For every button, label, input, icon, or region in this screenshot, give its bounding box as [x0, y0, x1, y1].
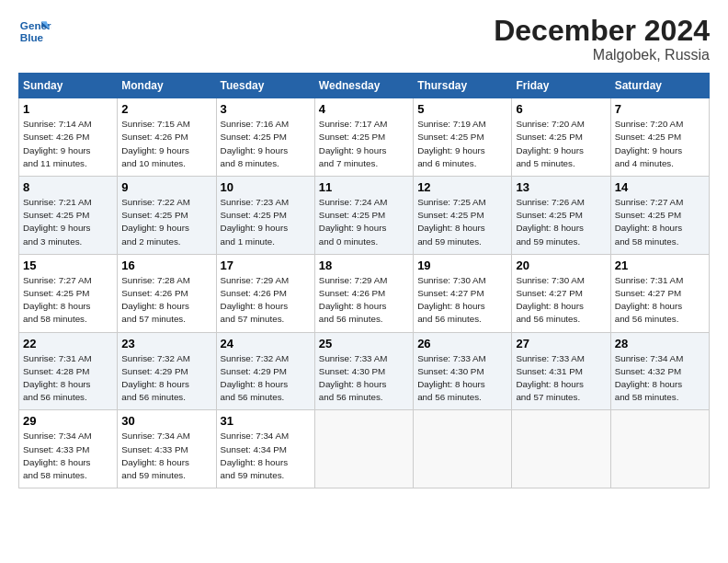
day-cell: 27Sunrise: 7:33 AM Sunset: 4:31 PM Dayli…: [512, 332, 610, 410]
day-info: Sunrise: 7:28 AM Sunset: 4:26 PM Dayligh…: [121, 274, 211, 327]
day-number: 1: [23, 102, 113, 116]
day-cell: 21Sunrise: 7:31 AM Sunset: 4:27 PM Dayli…: [610, 254, 709, 332]
day-info: Sunrise: 7:32 AM Sunset: 4:29 PM Dayligh…: [121, 352, 211, 405]
day-info: Sunrise: 7:29 AM Sunset: 4:26 PM Dayligh…: [319, 274, 409, 327]
day-number: 24: [221, 337, 311, 350]
calendar-table: SundayMondayTuesdayWednesdayThursdayFrid…: [18, 73, 710, 488]
calendar-header-row: SundayMondayTuesdayWednesdayThursdayFrid…: [19, 74, 710, 98]
day-number: 23: [121, 337, 211, 350]
day-number: 10: [221, 180, 311, 194]
day-cell: 3Sunrise: 7:16 AM Sunset: 4:25 PM Daylig…: [216, 98, 314, 177]
day-cell: 4Sunrise: 7:17 AM Sunset: 4:25 PM Daylig…: [314, 98, 413, 177]
day-cell: 31Sunrise: 7:34 AM Sunset: 4:34 PM Dayli…: [216, 410, 314, 488]
day-cell: 22Sunrise: 7:31 AM Sunset: 4:28 PM Dayli…: [19, 332, 118, 410]
day-number: 9: [121, 180, 211, 194]
day-cell: 10Sunrise: 7:23 AM Sunset: 4:25 PM Dayli…: [216, 177, 314, 255]
day-info: Sunrise: 7:34 AM Sunset: 4:33 PM Dayligh…: [121, 430, 211, 482]
subtitle: Malgobek, Russia: [494, 47, 710, 63]
day-info: Sunrise: 7:14 AM Sunset: 4:26 PM Dayligh…: [23, 118, 113, 170]
day-cell: 28Sunrise: 7:34 AM Sunset: 4:32 PM Dayli…: [610, 332, 709, 410]
day-number: 20: [516, 259, 606, 272]
week-row-3: 15Sunrise: 7:27 AM Sunset: 4:25 PM Dayli…: [19, 254, 710, 332]
day-number: 12: [417, 180, 507, 194]
day-info: Sunrise: 7:17 AM Sunset: 4:25 PM Dayligh…: [319, 118, 409, 170]
day-cell: 11Sunrise: 7:24 AM Sunset: 4:25 PM Dayli…: [314, 177, 413, 255]
day-info: Sunrise: 7:26 AM Sunset: 4:25 PM Dayligh…: [516, 196, 606, 248]
day-cell: 13Sunrise: 7:26 AM Sunset: 4:25 PM Dayli…: [512, 177, 610, 255]
day-cell: 17Sunrise: 7:29 AM Sunset: 4:26 PM Dayli…: [216, 254, 314, 332]
day-info: Sunrise: 7:23 AM Sunset: 4:25 PM Dayligh…: [221, 196, 311, 248]
day-info: Sunrise: 7:31 AM Sunset: 4:27 PM Dayligh…: [615, 274, 705, 327]
day-number: 19: [417, 259, 507, 272]
day-cell: 23Sunrise: 7:32 AM Sunset: 4:29 PM Dayli…: [118, 332, 216, 410]
day-number: 15: [23, 259, 113, 272]
week-row-5: 29Sunrise: 7:34 AM Sunset: 4:33 PM Dayli…: [19, 410, 710, 488]
page: General Blue December 2024 Malgobek, Rus…: [0, 0, 728, 563]
day-cell: 16Sunrise: 7:28 AM Sunset: 4:26 PM Dayli…: [118, 254, 216, 332]
day-info: Sunrise: 7:19 AM Sunset: 4:25 PM Dayligh…: [417, 118, 507, 170]
day-number: 4: [319, 102, 409, 116]
day-info: Sunrise: 7:16 AM Sunset: 4:25 PM Dayligh…: [221, 118, 311, 170]
header: General Blue December 2024 Malgobek, Rus…: [18, 15, 710, 63]
header-cell-tuesday: Tuesday: [216, 74, 314, 98]
week-row-1: 1Sunrise: 7:14 AM Sunset: 4:26 PM Daylig…: [19, 98, 710, 177]
header-cell-friday: Friday: [512, 74, 610, 98]
day-cell: 8Sunrise: 7:21 AM Sunset: 4:25 PM Daylig…: [19, 177, 118, 255]
day-cell: 14Sunrise: 7:27 AM Sunset: 4:25 PM Dayli…: [610, 177, 709, 255]
day-number: 3: [221, 102, 311, 116]
day-cell: 19Sunrise: 7:30 AM Sunset: 4:27 PM Dayli…: [414, 254, 512, 332]
day-cell: 5Sunrise: 7:19 AM Sunset: 4:25 PM Daylig…: [414, 98, 512, 177]
day-cell: 26Sunrise: 7:33 AM Sunset: 4:30 PM Dayli…: [414, 332, 512, 410]
header-cell-sunday: Sunday: [19, 74, 118, 98]
day-info: Sunrise: 7:20 AM Sunset: 4:25 PM Dayligh…: [516, 118, 606, 170]
day-number: 18: [319, 259, 409, 272]
day-info: Sunrise: 7:15 AM Sunset: 4:26 PM Dayligh…: [121, 118, 211, 170]
day-number: 25: [319, 337, 409, 350]
day-info: Sunrise: 7:30 AM Sunset: 4:27 PM Dayligh…: [516, 274, 606, 327]
day-number: 26: [417, 337, 507, 350]
day-cell: 25Sunrise: 7:33 AM Sunset: 4:30 PM Dayli…: [314, 332, 413, 410]
day-info: Sunrise: 7:33 AM Sunset: 4:31 PM Dayligh…: [516, 352, 606, 405]
title-block: December 2024 Malgobek, Russia: [494, 15, 710, 63]
day-info: Sunrise: 7:30 AM Sunset: 4:27 PM Dayligh…: [417, 274, 507, 327]
logo: General Blue: [18, 15, 51, 48]
day-cell: 2Sunrise: 7:15 AM Sunset: 4:26 PM Daylig…: [118, 98, 216, 177]
day-cell: 15Sunrise: 7:27 AM Sunset: 4:25 PM Dayli…: [19, 254, 118, 332]
day-cell: 20Sunrise: 7:30 AM Sunset: 4:27 PM Dayli…: [512, 254, 610, 332]
day-info: Sunrise: 7:32 AM Sunset: 4:29 PM Dayligh…: [221, 352, 311, 405]
day-info: Sunrise: 7:34 AM Sunset: 4:33 PM Dayligh…: [23, 430, 113, 482]
day-cell: [512, 410, 610, 488]
day-info: Sunrise: 7:27 AM Sunset: 4:25 PM Dayligh…: [23, 274, 113, 327]
day-number: 11: [319, 180, 409, 194]
day-number: 13: [516, 180, 606, 194]
day-cell: 9Sunrise: 7:22 AM Sunset: 4:25 PM Daylig…: [118, 177, 216, 255]
day-cell: [314, 410, 413, 488]
day-number: 17: [221, 259, 311, 272]
day-info: Sunrise: 7:33 AM Sunset: 4:30 PM Dayligh…: [417, 352, 507, 405]
day-cell: 7Sunrise: 7:20 AM Sunset: 4:25 PM Daylig…: [610, 98, 709, 177]
day-cell: 18Sunrise: 7:29 AM Sunset: 4:26 PM Dayli…: [314, 254, 413, 332]
day-number: 22: [23, 337, 113, 350]
calendar-body: 1Sunrise: 7:14 AM Sunset: 4:26 PM Daylig…: [19, 98, 710, 488]
svg-text:Blue: Blue: [20, 31, 44, 43]
day-number: 21: [615, 259, 705, 272]
week-row-2: 8Sunrise: 7:21 AM Sunset: 4:25 PM Daylig…: [19, 177, 710, 255]
day-cell: 24Sunrise: 7:32 AM Sunset: 4:29 PM Dayli…: [216, 332, 314, 410]
header-cell-monday: Monday: [118, 74, 216, 98]
day-info: Sunrise: 7:33 AM Sunset: 4:30 PM Dayligh…: [319, 352, 409, 405]
day-info: Sunrise: 7:25 AM Sunset: 4:25 PM Dayligh…: [417, 196, 507, 248]
day-info: Sunrise: 7:29 AM Sunset: 4:26 PM Dayligh…: [221, 274, 311, 327]
day-number: 16: [121, 259, 211, 272]
day-info: Sunrise: 7:20 AM Sunset: 4:25 PM Dayligh…: [615, 118, 705, 170]
day-cell: 29Sunrise: 7:34 AM Sunset: 4:33 PM Dayli…: [19, 410, 118, 488]
main-title: December 2024: [494, 15, 710, 47]
day-number: 8: [23, 180, 113, 194]
day-cell: 6Sunrise: 7:20 AM Sunset: 4:25 PM Daylig…: [512, 98, 610, 177]
day-number: 31: [221, 414, 311, 428]
day-number: 7: [615, 102, 705, 116]
header-cell-wednesday: Wednesday: [314, 74, 413, 98]
day-number: 29: [23, 414, 113, 428]
day-info: Sunrise: 7:31 AM Sunset: 4:28 PM Dayligh…: [23, 352, 113, 405]
day-info: Sunrise: 7:21 AM Sunset: 4:25 PM Dayligh…: [23, 196, 113, 248]
day-info: Sunrise: 7:22 AM Sunset: 4:25 PM Dayligh…: [121, 196, 211, 248]
